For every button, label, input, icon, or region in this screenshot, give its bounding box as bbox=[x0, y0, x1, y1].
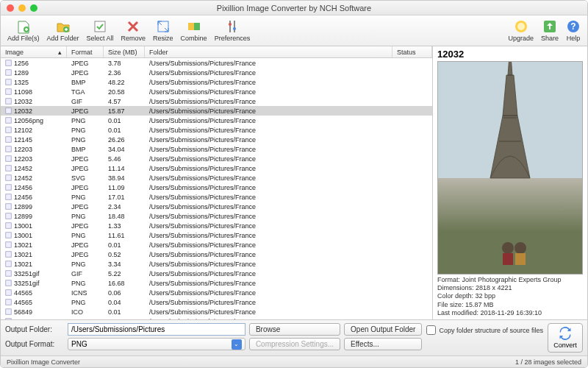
table-row[interactable]: 1289JPEG2.36/Users/Submissions/Pictures/… bbox=[1, 68, 432, 77]
cell-size: 5.22 bbox=[104, 270, 145, 277]
status-bar: Pixillion Image Converter 1 / 28 images … bbox=[1, 355, 587, 367]
select-all-button[interactable]: Select All bbox=[83, 18, 118, 43]
compression-settings-button[interactable]: Compression Settings... bbox=[249, 338, 340, 350]
table-row[interactable]: 13021JPEG0.01/Users/Submissions/Pictures… bbox=[1, 240, 432, 250]
table-row[interactable]: 33251gifGIF5.22/Users/Submissions/Pictur… bbox=[1, 269, 432, 278]
table-row[interactable]: 12456JPEG11.09/Users/Submissions/Picture… bbox=[1, 183, 432, 192]
table-header: Image▴ Format Size (MB) Folder Status bbox=[1, 46, 432, 58]
table-row[interactable]: 12899PNG18.48/Users/Submissions/Pictures… bbox=[1, 211, 432, 221]
cell-format: JPEG bbox=[67, 222, 104, 230]
help-button[interactable]: ?Help bbox=[562, 18, 584, 43]
svg-rect-28 bbox=[6, 185, 12, 191]
cell-format: JPEG bbox=[67, 69, 104, 77]
output-format-select[interactable]: PNG ⌄ bbox=[68, 338, 245, 350]
table-row[interactable]: 44565ICNS0.06/Users/Submissions/Pictures… bbox=[1, 288, 432, 297]
remove-button[interactable]: Remove bbox=[118, 18, 150, 43]
table-row[interactable]: 13001PNG11.61/Users/Submissions/Pictures… bbox=[1, 230, 432, 240]
table-row[interactable]: 1256JPEG3.78/Users/Submissions/Pictures/… bbox=[1, 58, 432, 68]
svg-rect-19 bbox=[6, 99, 12, 105]
table-row[interactable]: 12452JPEG11.14/Users/Submissions/Picture… bbox=[1, 163, 432, 173]
minimize-window-icon[interactable] bbox=[18, 4, 26, 12]
cell-image: 12452 bbox=[1, 165, 67, 172]
table-row[interactable]: 33251gifPNG16.68/Users/Submissions/Pictu… bbox=[1, 278, 432, 288]
col-format[interactable]: Format bbox=[67, 46, 104, 57]
svg-rect-2 bbox=[95, 21, 105, 32]
table-row[interactable]: 1325BMP48.22/Users/Submissions/Pictures/… bbox=[1, 77, 432, 87]
col-image[interactable]: Image▴ bbox=[1, 46, 67, 57]
file-icon bbox=[5, 213, 12, 219]
table-row[interactable]: 12056pngPNG0.01/Users/Submissions/Pictur… bbox=[1, 116, 432, 125]
table-row[interactable]: 12102PNG0.01/Users/Submissions/Pictures/… bbox=[1, 125, 432, 135]
table-row[interactable]: 12032GIF4.57/Users/Submissions/Pictures/… bbox=[1, 96, 432, 106]
convert-button[interactable]: Convert bbox=[548, 323, 583, 353]
cell-size: 0.04 bbox=[104, 299, 145, 306]
close-window-icon[interactable] bbox=[7, 4, 14, 12]
cell-format: PNG bbox=[67, 280, 104, 287]
add-folder-button[interactable]: Add Folder bbox=[43, 18, 83, 43]
table-row[interactable]: 13001JPEG1.33/Users/Submissions/Pictures… bbox=[1, 221, 432, 230]
cell-format: PNG bbox=[67, 261, 104, 268]
table-row[interactable]: 13021JPEG0.52/Users/Submissions/Pictures… bbox=[1, 250, 432, 259]
table-row[interactable]: 12452SVG38.94/Users/Submissions/Pictures… bbox=[1, 173, 432, 183]
svg-rect-41 bbox=[6, 309, 12, 315]
resize-button[interactable]: Resize bbox=[149, 18, 177, 43]
cell-image: 56849 bbox=[1, 308, 67, 316]
table-row[interactable]: 12899JPEG2.34/Users/Submissions/Pictures… bbox=[1, 202, 432, 211]
table-row[interactable]: 12456PNG17.01/Users/Submissions/Pictures… bbox=[1, 192, 432, 202]
table-row[interactable]: 12203BMP34.04/Users/Submissions/Pictures… bbox=[1, 144, 432, 154]
preferences-button[interactable]: Preferences bbox=[211, 18, 254, 43]
cell-format: JPEG bbox=[67, 203, 104, 210]
table-row[interactable]: 44565PNG0.04/Users/Submissions/Pictures/… bbox=[1, 297, 432, 307]
copy-structure-checkbox-input[interactable] bbox=[426, 325, 436, 335]
svg-rect-40 bbox=[6, 300, 12, 305]
cell-format: PNG bbox=[67, 194, 104, 201]
share-button[interactable]: Share bbox=[537, 18, 562, 43]
cell-size: 2.36 bbox=[104, 69, 145, 77]
zoom-window-icon[interactable] bbox=[30, 4, 37, 12]
copy-structure-checkbox[interactable]: Copy folder structure of source files bbox=[426, 325, 543, 335]
help-icon: ? bbox=[566, 19, 581, 34]
effects-button[interactable]: Effects... bbox=[344, 338, 422, 350]
file-icon bbox=[5, 117, 12, 124]
cell-image: 12899 bbox=[1, 213, 67, 220]
cell-size: 11.61 bbox=[104, 232, 145, 239]
cell-image: 12145 bbox=[1, 136, 67, 144]
combine-button[interactable]: Combine bbox=[177, 18, 211, 43]
upgrade-icon bbox=[514, 19, 528, 34]
cell-format: PNG bbox=[67, 299, 104, 306]
col-size[interactable]: Size (MB) bbox=[104, 46, 145, 57]
svg-rect-22 bbox=[6, 127, 12, 133]
file-icon bbox=[5, 88, 12, 95]
svg-rect-39 bbox=[6, 290, 12, 296]
cell-size: 0.01 bbox=[104, 308, 145, 316]
upgrade-button[interactable]: Upgrade bbox=[504, 18, 537, 43]
svg-rect-18 bbox=[6, 89, 12, 95]
cell-format: ICO bbox=[67, 308, 104, 316]
col-status[interactable]: Status bbox=[392, 46, 432, 57]
cell-format: JPEG bbox=[67, 241, 104, 249]
output-folder-input[interactable] bbox=[68, 323, 245, 336]
cell-folder: /Users/Submissions/Pictures/France bbox=[145, 155, 392, 163]
cell-size: 38.94 bbox=[104, 174, 145, 182]
col-folder[interactable]: Folder bbox=[145, 46, 392, 57]
cell-folder: /Users/Submissions/Pictures/France bbox=[145, 79, 392, 86]
cell-format: PNG bbox=[67, 136, 104, 144]
table-row[interactable]: 13021PNG3.34/Users/Submissions/Pictures/… bbox=[1, 259, 432, 269]
table-row[interactable]: 12032JPEG15.87/Users/Submissions/Picture… bbox=[1, 106, 432, 116]
open-output-folder-button[interactable]: Open Output Folder bbox=[344, 323, 422, 336]
cell-format: GIF bbox=[67, 98, 104, 105]
chevron-down-icon: ⌄ bbox=[232, 339, 242, 350]
browse-button[interactable]: Browse bbox=[249, 323, 340, 336]
svg-point-9 bbox=[233, 27, 236, 30]
table-row[interactable]: 12203JPEG5.46/Users/Submissions/Pictures… bbox=[1, 154, 432, 163]
file-icon bbox=[5, 308, 12, 315]
cell-image: 12452 bbox=[1, 174, 67, 182]
cell-format: SVG bbox=[67, 174, 104, 182]
table-row[interactable]: 56849ICO0.01/Users/Submissions/Pictures/… bbox=[1, 307, 432, 316]
output-panel: Output Folder: Browse Open Output Folder… bbox=[1, 319, 587, 355]
cell-size: 48.22 bbox=[104, 79, 145, 86]
table-row[interactable]: 11098TGA20.58/Users/Submissions/Pictures… bbox=[1, 87, 432, 96]
table-row[interactable]: 12145PNG26.26/Users/Submissions/Pictures… bbox=[1, 135, 432, 144]
add-files-button[interactable]: Add File(s) bbox=[4, 18, 43, 43]
cell-folder: /Users/Submissions/Pictures/France bbox=[145, 127, 392, 134]
